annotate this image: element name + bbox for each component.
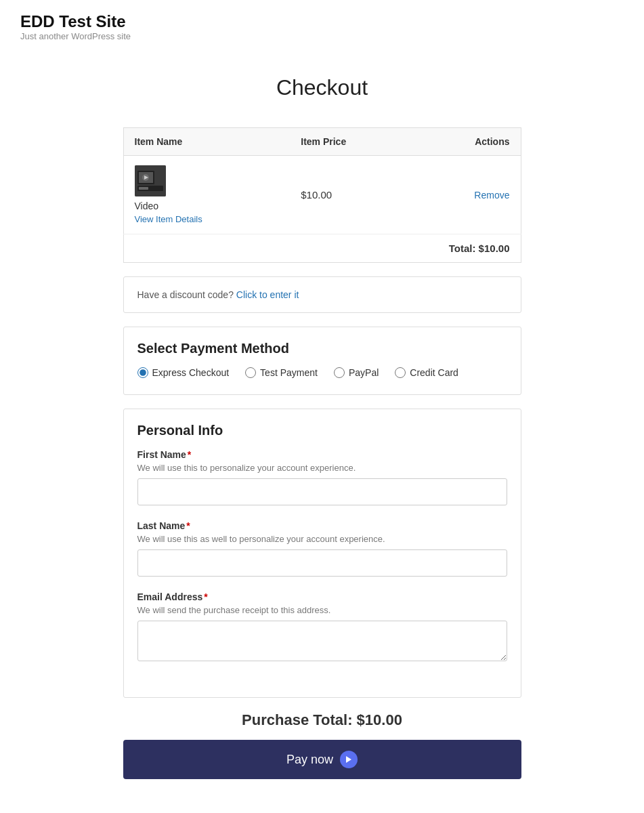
first-name-input[interactable] <box>137 478 507 505</box>
item-actions-cell: Remove <box>414 156 521 234</box>
last-name-label: Last Name* <box>137 520 507 531</box>
purchase-total: Purchase Total: $10.00 <box>123 711 521 729</box>
last-name-hint: We will use this as well to personalize … <box>137 534 507 544</box>
cart-total: Total: $10.00 <box>123 234 521 263</box>
pay-now-icon <box>340 751 358 768</box>
cart-table: Item Name Item Price Actions <box>123 127 521 263</box>
payment-option-express[interactable]: Express Checkout <box>137 367 230 378</box>
pay-now-label: Pay now <box>286 753 333 767</box>
payment-option-paypal[interactable]: PayPal <box>334 367 379 378</box>
first-name-required: * <box>188 449 191 460</box>
svg-marker-7 <box>346 756 351 763</box>
view-item-details-link[interactable]: View Item Details <box>135 214 202 224</box>
last-name-required: * <box>186 520 190 531</box>
item-name-cell: Video View Item Details <box>123 156 290 234</box>
payment-label-paypal: PayPal <box>349 367 379 378</box>
site-title: EDD Test Site <box>20 12 624 31</box>
discount-section: Have a discount code? Click to enter it <box>123 276 521 313</box>
remove-item-link[interactable]: Remove <box>474 190 509 201</box>
payment-label-test: Test Payment <box>260 367 318 378</box>
col-actions: Actions <box>414 128 521 156</box>
payment-radio-express[interactable] <box>137 367 148 378</box>
payment-section-title: Select Payment Method <box>137 341 507 356</box>
item-price-cell: $10.00 <box>290 156 414 234</box>
email-required: * <box>204 591 207 602</box>
payment-option-credit[interactable]: Credit Card <box>395 367 458 378</box>
first-name-group: First Name* We will use this to personal… <box>137 449 507 505</box>
first-name-hint: We will use this to personalize your acc… <box>137 463 507 473</box>
col-item-name: Item Name <box>123 128 290 156</box>
discount-prompt: Have a discount code? <box>137 289 234 300</box>
discount-link[interactable]: Click to enter it <box>236 289 299 300</box>
payment-radio-test[interactable] <box>245 367 256 378</box>
last-name-group: Last Name* We will use this as well to p… <box>137 520 507 577</box>
payment-radio-credit[interactable] <box>395 367 406 378</box>
payment-label-credit: Credit Card <box>410 367 458 378</box>
email-group: Email Address* We will send the purchase… <box>137 591 507 663</box>
item-name: Video <box>135 201 280 211</box>
site-header: EDD Test Site Just another WordPress sit… <box>0 0 644 48</box>
email-input[interactable] <box>137 621 507 661</box>
payment-label-express: Express Checkout <box>152 367 230 378</box>
payment-option-test[interactable]: Test Payment <box>245 367 318 378</box>
email-label: Email Address* <box>137 591 507 602</box>
personal-info-title: Personal Info <box>137 423 507 438</box>
item-thumbnail <box>135 165 166 196</box>
payment-methods: Express Checkout Test Payment PayPal Cre… <box>137 367 507 378</box>
site-tagline: Just another WordPress site <box>20 31 624 41</box>
svg-rect-6 <box>139 187 148 190</box>
table-row: Video View Item Details $10.00 Remove <box>123 156 521 234</box>
pay-now-button[interactable]: Pay now <box>123 740 521 779</box>
page-title: Checkout <box>123 75 521 100</box>
page-wrapper: Checkout Item Name Item Price Actions <box>112 48 532 813</box>
item-price: $10.00 <box>301 189 332 201</box>
payment-section: Select Payment Method Express Checkout T… <box>123 327 521 395</box>
cart-total-row: Total: $10.00 <box>123 234 521 263</box>
last-name-input[interactable] <box>137 549 507 577</box>
email-hint: We will send the purchase receipt to thi… <box>137 605 507 615</box>
personal-info-section: Personal Info First Name* We will use th… <box>123 409 521 698</box>
payment-radio-paypal[interactable] <box>334 367 345 378</box>
first-name-label: First Name* <box>137 449 507 460</box>
col-item-price: Item Price <box>290 128 414 156</box>
